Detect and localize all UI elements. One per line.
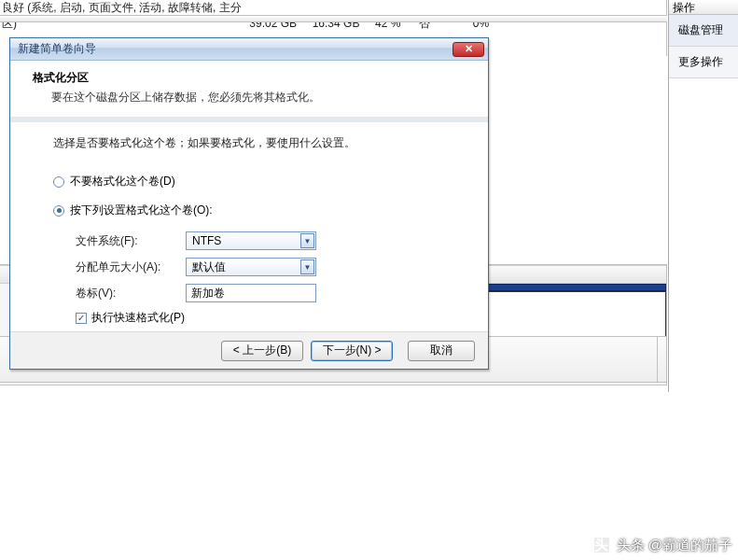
- filesystem-label: 文件系统(F):: [76, 233, 186, 249]
- wizard-body: 选择是否要格式化这个卷；如果要格式化，要使用什么设置。 不要格式化这个卷(D) …: [10, 122, 488, 347]
- radio-no-format-row[interactable]: 不要格式化这个卷(D): [53, 174, 466, 189]
- scroll-edge[interactable]: [657, 337, 666, 382]
- cancel-button[interactable]: 取消: [408, 341, 475, 361]
- toutiao-logo-icon: 头: [592, 536, 611, 554]
- format-options: 文件系统(F): NTFS ▼ 分配单元大小(A): 默认值 ▼ 卷标(V):: [76, 231, 466, 302]
- radio-no-format-label: 不要格式化这个卷(D): [70, 174, 175, 189]
- filesystem-combo[interactable]: NTFS ▼: [186, 231, 316, 250]
- volume-table-border: [0, 15, 667, 22]
- new-simple-volume-wizard: 新建简单卷向导 ✕ 格式化分区 要在这个磁盘分区上储存数据，您必须先将其格式化。…: [9, 37, 489, 370]
- back-button[interactable]: < 上一步(B): [221, 341, 303, 361]
- volume-label-input[interactable]: [186, 284, 316, 302]
- quick-format-row[interactable]: 执行快速格式化(P): [76, 310, 466, 326]
- allocation-unit-value: 默认值: [192, 259, 300, 275]
- wizard-header: 格式化分区 要在这个磁盘分区上储存数据，您必须先将其格式化。: [10, 61, 488, 122]
- next-button[interactable]: 下一步(N) >: [311, 341, 393, 361]
- actions-item-disk-management[interactable]: 磁盘管理: [669, 15, 738, 47]
- wizard-footer: < 上一步(B) 下一步(N) > 取消: [10, 331, 488, 369]
- wizard-subheading: 要在这个磁盘分区上储存数据，您必须先将其格式化。: [51, 90, 475, 105]
- wizard-title: 新建简单卷向导: [18, 41, 453, 57]
- radio-format-row[interactable]: 按下列设置格式化这个卷(O):: [53, 203, 466, 218]
- close-button[interactable]: ✕: [453, 42, 484, 57]
- radio-format[interactable]: [53, 205, 64, 217]
- wizard-titlebar[interactable]: 新建简单卷向导 ✕: [10, 38, 488, 61]
- wizard-intro: 选择是否要格式化这个卷；如果要格式化，要使用什么设置。: [53, 135, 466, 151]
- quick-format-checkbox[interactable]: [76, 313, 87, 324]
- wizard-heading: 格式化分区: [33, 70, 475, 86]
- allocation-unit-label: 分配单元大小(A):: [76, 259, 186, 275]
- radio-no-format[interactable]: [53, 176, 64, 188]
- filesystem-value: NTFS: [192, 234, 300, 247]
- actions-panel: 操作 磁盘管理 更多操作: [668, 0, 738, 392]
- chevron-down-icon: ▼: [300, 233, 314, 248]
- actions-item-more[interactable]: 更多操作: [669, 47, 738, 78]
- radio-format-label: 按下列设置格式化这个卷(O):: [70, 203, 213, 218]
- allocation-unit-combo[interactable]: 默认值 ▼: [186, 258, 316, 276]
- volume-row: 良好 (系统, 启动, 页面文件, 活动, 故障转储, 主分区) 39.02 G…: [0, 0, 667, 15]
- chevron-down-icon: ▼: [300, 259, 314, 274]
- watermark: 头 头条 @霸道的茄子: [592, 536, 732, 554]
- quick-format-label: 执行快速格式化(P): [91, 310, 185, 326]
- close-icon: ✕: [465, 44, 473, 54]
- volume-label-label: 卷标(V):: [76, 286, 186, 301]
- watermark-text: 头条 @霸道的茄子: [617, 537, 732, 554]
- actions-header: 操作: [669, 0, 738, 15]
